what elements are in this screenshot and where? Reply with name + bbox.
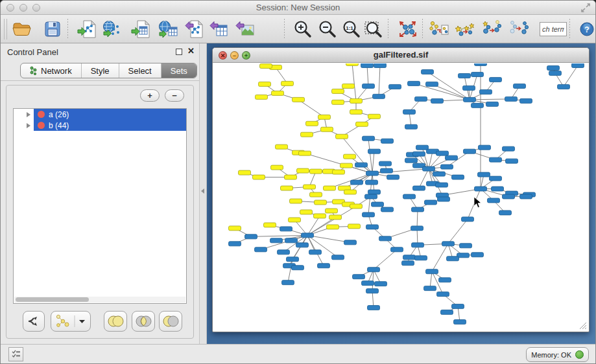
export-network-button[interactable] — [183, 18, 206, 40]
graph-node[interactable] — [255, 247, 267, 252]
graph-node[interactable] — [289, 218, 301, 222]
graph-edge[interactable] — [448, 219, 468, 244]
graph-node[interactable] — [488, 198, 500, 203]
graph-node[interactable] — [416, 145, 429, 150]
close-window-button[interactable] — [6, 4, 14, 12]
graph-edge[interactable] — [564, 65, 578, 87]
graph-node[interactable] — [454, 320, 466, 324]
export-table-button[interactable] — [208, 18, 231, 40]
help-button[interactable]: ? — [580, 22, 594, 36]
resize-grip-icon[interactable] — [578, 321, 587, 330]
graph-node[interactable] — [302, 233, 314, 238]
collapse-arrow-icon[interactable] — [201, 188, 204, 194]
graph-node[interactable] — [366, 289, 379, 293]
graph-node[interactable] — [405, 124, 418, 129]
graph-node[interactable] — [503, 194, 515, 199]
graph-node[interactable] — [475, 63, 487, 65]
graph-node[interactable] — [460, 244, 472, 248]
graph-node[interactable] — [464, 97, 476, 102]
graph-node[interactable] — [505, 97, 518, 101]
graph-node[interactable] — [301, 132, 313, 137]
frame-maximize-button[interactable]: + — [242, 51, 250, 60]
graph-node[interactable] — [375, 282, 387, 286]
graph-node[interactable] — [387, 175, 399, 179]
graph-node[interactable] — [423, 166, 435, 171]
graph-node[interactable] — [318, 264, 330, 268]
graph-node[interactable] — [475, 187, 487, 191]
graph-node[interactable] — [441, 165, 453, 169]
graph-node[interactable] — [363, 212, 375, 217]
graph-node[interactable] — [332, 100, 344, 104]
split-sets-button[interactable] — [23, 311, 45, 332]
graph-node[interactable] — [447, 256, 459, 261]
graph-node[interactable] — [355, 163, 368, 167]
graph-edge[interactable] — [379, 65, 380, 97]
graph-node[interactable] — [412, 207, 424, 212]
graph-node[interactable] — [300, 210, 313, 214]
graph-node[interactable] — [438, 197, 450, 201]
network-view[interactable] — [213, 63, 588, 331]
graph-node[interactable] — [464, 149, 476, 154]
graph-node[interactable] — [442, 242, 455, 246]
graph-node[interactable] — [446, 155, 458, 160]
graph-edge[interactable] — [417, 228, 418, 245]
graph-node[interactable] — [346, 63, 359, 65]
graph-node[interactable] — [290, 199, 302, 203]
memory-status-button[interactable]: Memory: OK — [526, 347, 589, 362]
graph-node[interactable] — [278, 250, 290, 255]
graph-node[interactable] — [403, 194, 416, 199]
graph-node[interactable] — [462, 217, 474, 222]
graph-edge[interactable] — [417, 209, 418, 228]
graph-node[interactable] — [413, 152, 425, 156]
graph-node[interactable] — [366, 225, 379, 229]
graph-node[interactable] — [350, 204, 363, 209]
graph-node[interactable] — [306, 121, 318, 126]
task-history-button[interactable] — [8, 347, 23, 361]
graph-node[interactable] — [329, 215, 342, 220]
graph-node[interactable] — [348, 224, 361, 229]
zoom-in-button[interactable] — [291, 18, 315, 40]
import-network-url-button[interactable] — [101, 18, 125, 40]
graph-node[interactable] — [379, 236, 392, 241]
graph-node[interactable] — [368, 267, 380, 272]
new-network-from-selection-button[interactable] — [427, 18, 451, 40]
graph-node[interactable] — [381, 207, 394, 212]
network-graph[interactable] — [213, 63, 588, 331]
graph-edge[interactable] — [307, 235, 350, 242]
graph-node[interactable] — [368, 190, 381, 194]
graph-node[interactable] — [403, 255, 416, 260]
graph-node[interactable] — [340, 163, 353, 168]
graph-node[interactable] — [426, 82, 438, 86]
graph-node[interactable] — [425, 200, 437, 205]
expander-icon[interactable] — [27, 123, 30, 128]
graph-node[interactable] — [412, 243, 424, 247]
graph-node[interactable] — [558, 84, 570, 89]
graph-node[interactable] — [431, 98, 444, 103]
graph-node[interactable] — [368, 306, 380, 310]
zoom-fit-selected-button[interactable] — [362, 18, 385, 40]
graph-node[interactable] — [492, 187, 504, 191]
graph-node[interactable] — [499, 210, 512, 215]
tab-network[interactable]: Network — [21, 63, 82, 78]
graph-node[interactable] — [408, 81, 420, 85]
frame-minimize-button[interactable]: − — [230, 51, 239, 60]
export-image-button[interactable] — [233, 18, 257, 40]
graph-node[interactable] — [436, 183, 448, 187]
graph-node[interactable] — [314, 214, 326, 218]
graph-node[interactable] — [514, 84, 526, 88]
panel-splitter[interactable] — [199, 43, 207, 344]
graph-node[interactable] — [486, 102, 499, 106]
graph-edge[interactable] — [367, 65, 368, 86]
graph-edge[interactable] — [307, 216, 320, 235]
graph-node[interactable] — [264, 223, 276, 227]
graph-node[interactable] — [333, 170, 345, 174]
graph-node[interactable] — [389, 84, 401, 89]
import-network-file-button[interactable] — [76, 18, 99, 40]
graph-node[interactable] — [336, 134, 348, 139]
graph-node[interactable] — [471, 103, 484, 108]
graph-node[interactable] — [415, 256, 427, 260]
graph-node[interactable] — [368, 114, 381, 119]
graph-node[interactable] — [271, 165, 283, 170]
graph-node[interactable] — [452, 304, 464, 309]
zoom-window-button[interactable] — [32, 4, 40, 12]
